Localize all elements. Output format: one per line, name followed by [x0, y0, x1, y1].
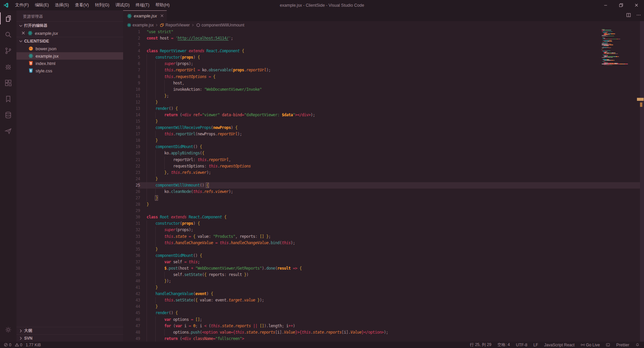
code-line-40[interactable]: 40 });	[123, 278, 640, 284]
code-line-8[interactable]: 8 this.requestOptions = {	[123, 74, 640, 80]
code-line-11[interactable]: 11 };	[123, 93, 640, 99]
code-line-1[interactable]: 1"use strict"	[123, 29, 640, 35]
code-line-6[interactable]: 6 super(props);	[123, 61, 640, 67]
code-line-9[interactable]: 9 host,	[123, 80, 640, 86]
code-line-35[interactable]: 35 }	[123, 246, 640, 253]
code-line-46[interactable]: 46 var options = [];	[123, 317, 640, 323]
code-line-25[interactable]: 25 componentWillUnmount() {	[123, 182, 640, 189]
statusbar-terminal-shortcut[interactable]	[604, 342, 612, 348]
sidebar-section-SVN[interactable]: SVN	[16, 334, 123, 342]
file-item-style-css[interactable]: style.css	[16, 67, 123, 74]
activity-extensions-icon[interactable]	[0, 75, 16, 91]
code-line-48[interactable]: 48 options.push(<option value={this.stat…	[123, 329, 640, 336]
code-line-32[interactable]: 32 super(props);	[123, 227, 640, 233]
menu-item-0[interactable]: 文件(F)	[12, 3, 32, 7]
settings-gear-icon[interactable]	[0, 322, 16, 338]
code-line-16[interactable]: 16 componentWillReceiveProps(newProps) {	[123, 125, 640, 131]
code-line-17[interactable]: 17 this.reportUrl(newProps.reportUrl);	[123, 131, 640, 137]
code-line-41[interactable]: 41 }	[123, 284, 640, 291]
code-line-47[interactable]: 47 for (var i = 0; i < (this.state.repor…	[123, 323, 640, 329]
menu-item-6[interactable]: 终端(T)	[132, 3, 152, 7]
minimap[interactable]	[600, 29, 640, 76]
close-button[interactable]	[629, 0, 644, 10]
split-editor-button[interactable]	[626, 12, 631, 19]
breadcrumb-item[interactable]: example.jsx	[132, 23, 154, 27]
file-item-index-html[interactable]: index.html	[16, 60, 123, 67]
code-line-28[interactable]: 28}	[123, 201, 640, 208]
code-line-18[interactable]: 18 }	[123, 137, 640, 144]
statusbar-errors-count[interactable]: 0	[2, 342, 13, 348]
statusbar-warnings-count[interactable]: 0	[13, 342, 24, 348]
statusbar-language-mode[interactable]: JavaScript React	[542, 342, 576, 348]
sidebar-section-大纲[interactable]: 大纲	[16, 327, 123, 334]
minimize-button[interactable]	[598, 0, 613, 10]
code-line-49[interactable]: 49 return (<div className="fullscreen">	[123, 336, 640, 342]
code-line-45[interactable]: 45 render() {	[123, 310, 640, 316]
code-line-43[interactable]: 43 this.setState({ value: event.target.v…	[123, 297, 640, 303]
code-line-20[interactable]: 20 ko.applyBindings({	[123, 150, 640, 156]
statusbar-eol[interactable]: LF	[532, 342, 540, 348]
breadcrumb-item[interactable]: ReportViewer	[165, 23, 190, 27]
activity-database-icon[interactable]	[0, 107, 16, 123]
code-line-7[interactable]: 7 this.reportUrl = ko.observable(props.r…	[123, 67, 640, 73]
code-line-29[interactable]: 29	[123, 208, 640, 214]
code-line-2[interactable]: 2const host = 'http://localhost:54114/';	[123, 35, 640, 42]
file-item-bower-json[interactable]: bower.json	[16, 45, 123, 52]
restore-button[interactable]	[613, 0, 629, 10]
code-line-34[interactable]: 34 this.handleChangeValue = this.handleC…	[123, 240, 640, 246]
menu-item-1[interactable]: 编辑(E)	[32, 3, 52, 7]
code-line-39[interactable]: 39 self.setState({ reports: result })	[123, 272, 640, 278]
code-line-44[interactable]: 44 }	[123, 303, 640, 310]
menu-item-4[interactable]: 转到(G)	[92, 3, 112, 7]
activity-explorer-icon[interactable]	[0, 10, 16, 26]
code-line-10[interactable]: 10 invokeAction: "WebDocumentViewer/Invo…	[123, 86, 640, 93]
code-line-27[interactable]: 27 }	[123, 195, 640, 201]
activity-bookmarks-icon[interactable]	[0, 91, 16, 107]
file-item-example-jsx[interactable]: example.jsx	[16, 52, 123, 60]
tab-close-icon[interactable]	[160, 13, 165, 19]
code-line-22[interactable]: 22 requestOptions: this.requestOptions	[123, 163, 640, 169]
statusbar-indentation[interactable]: 空格: 4	[496, 342, 512, 348]
code-line-4[interactable]: 4class ReportViewer extends React.Compon…	[123, 48, 640, 54]
menu-item-7[interactable]: 帮助(H)	[152, 3, 172, 7]
code-line-26[interactable]: 26 ko.cleanNode(this.refs.viewer);	[123, 189, 640, 195]
statusbar-notifications[interactable]	[634, 342, 641, 348]
breadcrumb-item[interactable]: componentWillUnmount	[202, 23, 244, 27]
statusbar-file-size[interactable]: 1.77 KiB	[24, 342, 42, 348]
activity-send-icon[interactable]	[0, 123, 16, 139]
menu-item-5[interactable]: 调试(D)	[112, 3, 132, 7]
open-editors-header[interactable]: 打开的编辑器	[16, 21, 123, 29]
activity-source-control-icon[interactable]	[0, 43, 16, 59]
tab-example-jsx[interactable]: example.jsx	[123, 10, 167, 21]
code-line-14[interactable]: 14 return (<div ref="viewer" data-bind="…	[123, 112, 640, 118]
more-actions-button[interactable]	[636, 12, 641, 19]
menu-item-3[interactable]: 查看(V)	[72, 3, 92, 7]
code-line-3[interactable]: 3	[123, 42, 640, 48]
code-line-19[interactable]: 19 componentDidMount() {	[123, 144, 640, 150]
overview-ruler[interactable]	[640, 21, 644, 342]
close-icon[interactable]	[21, 30, 26, 36]
code-line-21[interactable]: 21 reportUrl: this.reportUrl,	[123, 157, 640, 163]
code-line-12[interactable]: 12 }	[123, 99, 640, 106]
code-line-15[interactable]: 15 }	[123, 118, 640, 125]
activity-debug-icon[interactable]	[0, 59, 16, 75]
code-line-5[interactable]: 5 constructor(props) {	[123, 54, 640, 61]
code-line-24[interactable]: 24 }	[123, 176, 640, 182]
statusbar-prettier[interactable]: Prettier	[614, 342, 631, 348]
code-line-31[interactable]: 31 constructor(props) {	[123, 220, 640, 227]
activity-search-icon[interactable]	[0, 26, 16, 43]
menu-item-2[interactable]: 选择(S)	[52, 3, 72, 7]
statusbar-encoding[interactable]: UTF-8	[514, 342, 529, 348]
code-line-23[interactable]: 23 }, this.refs.viewer);	[123, 169, 640, 176]
code-line-42[interactable]: 42 handleChangeValue(event) {	[123, 291, 640, 297]
code-line-33[interactable]: 33 this.state = { value: "Products", rep…	[123, 233, 640, 240]
code-editor[interactable]: 1"use strict"2const host = 'http://local…	[123, 29, 640, 342]
folder-header-clientside[interactable]: CLIENTSIDE	[16, 37, 123, 45]
code-line-38[interactable]: 38 $.post(host + "WebDocumentViewer/GetR…	[123, 265, 640, 272]
open-editor-item[interactable]: example.jsx	[16, 29, 123, 37]
statusbar-go-live[interactable]: Go Live	[579, 342, 601, 348]
code-line-13[interactable]: 13 render() {	[123, 106, 640, 112]
code-line-30[interactable]: 30class Root extends React.Component {	[123, 214, 640, 220]
code-line-36[interactable]: 36 componentDidMount() {	[123, 253, 640, 259]
code-line-37[interactable]: 37 var self = this;	[123, 259, 640, 265]
